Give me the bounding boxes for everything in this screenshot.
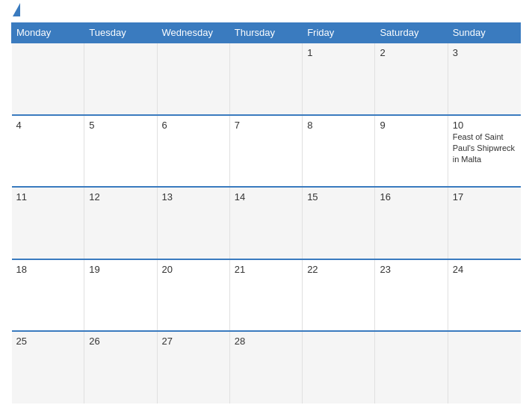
day-number: 16 [380,191,442,203]
day-number: 7 [235,120,297,131]
calendar-cell-4-3: 20 [157,259,229,332]
day-number: 17 [453,191,516,203]
calendar-header [11,7,521,16]
calendar-cell-5-7 [448,331,520,404]
day-number: 14 [235,191,297,203]
calendar-cell-3-1: 11 [12,187,84,259]
calendar-cell-3-3: 13 [157,187,229,259]
calendar-cell-1-5: 1 [303,43,375,115]
day-number: 19 [89,264,152,275]
week-row-2: 45678910Feast of Saint Paul's Shipwreck … [12,115,521,188]
calendar-cell-3-2: 12 [84,187,157,259]
calendar-cell-3-7: 17 [448,187,520,259]
day-number: 15 [307,191,370,203]
calendar-cell-1-1 [12,43,84,115]
calendar-cell-4-2: 19 [84,259,157,332]
day-header-saturday: Saturday [375,23,448,43]
calendar-cell-1-2 [84,43,157,115]
calendar-cell-4-4: 21 [229,259,302,332]
day-number: 8 [307,120,370,131]
day-number: 20 [162,264,225,275]
calendar-cell-2-6: 9 [375,115,448,188]
calendar-wrapper: MondayTuesdayWednesdayThursdayFridaySatu… [0,0,532,411]
calendar-cell-3-4: 14 [229,187,302,259]
day-number: 10 [453,120,516,131]
logo-triangle-icon [13,3,20,16]
day-number: 18 [16,264,80,275]
calendar-cell-4-1: 18 [12,259,84,332]
calendar-cell-2-7: 10Feast of Saint Paul's Shipwreck in Mal… [448,115,520,188]
calendar-cell-2-3: 6 [157,115,229,188]
calendar-cell-2-5: 8 [303,115,375,188]
calendar-cell-2-1: 4 [12,115,84,188]
day-number: 22 [307,264,370,275]
week-row-3: 11121314151617 [12,187,521,259]
day-number: 25 [16,336,80,347]
day-number: 23 [380,264,442,275]
event-text: Feast of Saint Paul's Shipwreck in Malta [453,132,515,164]
calendar-cell-2-2: 5 [84,115,157,188]
day-number: 3 [453,47,516,58]
day-number: 5 [89,120,152,131]
calendar-cell-1-4 [229,43,302,115]
day-number: 13 [162,191,225,203]
calendar-cell-4-5: 22 [303,259,375,332]
days-header-row: MondayTuesdayWednesdayThursdayFridaySatu… [12,23,521,43]
calendar-cell-5-2: 26 [84,331,157,404]
day-number: 9 [380,120,442,131]
day-number: 27 [162,336,225,347]
day-number: 1 [307,47,370,58]
logo [11,7,20,16]
day-number: 24 [453,264,516,275]
calendar-cell-1-3 [157,43,229,115]
calendar-cell-4-7: 24 [448,259,520,332]
calendar-cell-5-1: 25 [12,331,84,404]
calendar-cell-5-5 [303,331,375,404]
day-number: 21 [235,264,297,275]
day-header-thursday: Thursday [229,23,302,43]
day-header-friday: Friday [303,23,375,43]
calendar-cell-5-3: 27 [157,331,229,404]
week-row-4: 18192021222324 [12,259,521,332]
day-number: 28 [235,336,297,347]
day-number: 2 [380,47,442,58]
calendar-cell-2-4: 7 [229,115,302,188]
day-number: 12 [89,191,152,203]
day-number: 11 [16,191,80,203]
calendar-table: MondayTuesdayWednesdayThursdayFridaySatu… [11,22,521,404]
calendar-cell-1-7: 3 [448,43,520,115]
day-header-wednesday: Wednesday [157,23,229,43]
week-row-5: 25262728 [12,331,521,404]
day-number: 6 [162,120,225,131]
day-number: 4 [16,120,80,131]
calendar-cell-4-6: 23 [375,259,448,332]
day-header-monday: Monday [12,23,84,43]
calendar-cell-3-5: 15 [303,187,375,259]
calendar-cell-5-4: 28 [229,331,302,404]
day-number: 26 [89,336,152,347]
calendar-cell-3-6: 16 [375,187,448,259]
day-header-sunday: Sunday [448,23,520,43]
calendar-cell-5-6 [375,331,448,404]
calendar-cell-1-6: 2 [375,43,448,115]
week-row-1: 123 [12,43,521,115]
day-header-tuesday: Tuesday [84,23,157,43]
